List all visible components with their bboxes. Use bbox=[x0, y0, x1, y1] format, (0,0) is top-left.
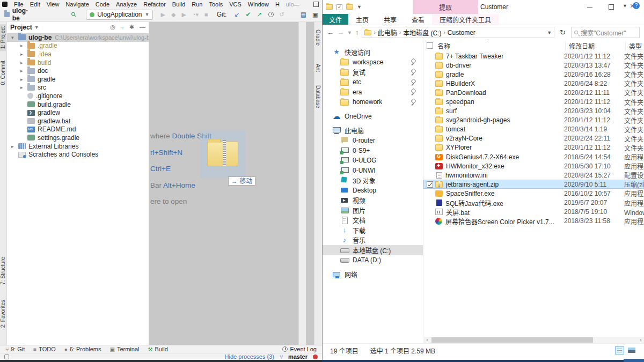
locate-icon[interactable]: ◎ bbox=[110, 24, 115, 31]
tree-row[interactable]: gradlew.bat bbox=[7, 117, 149, 125]
tree-row[interactable]: ▸ src bbox=[7, 84, 149, 92]
breadcrumb-this-pc[interactable]: 此电脑 bbox=[378, 28, 397, 37]
recent-locations-icon[interactable]: ▼ bbox=[347, 30, 352, 35]
tree-row[interactable]: gradlew bbox=[7, 108, 149, 117]
tree-expander-icon[interactable]: ▾ bbox=[11, 35, 18, 40]
nav-item[interactable]: 3D 对象 bbox=[323, 175, 423, 186]
file-row[interactable]: HBuilderX 2020/6/24 8:22 文件夹 bbox=[423, 79, 644, 88]
profiler-icon[interactable]: ◔▾ bbox=[192, 11, 199, 18]
ribbon-tab[interactable]: 查看 bbox=[404, 14, 432, 25]
file-row[interactable]: surf 2020/3/23 10:04 文件夹 bbox=[423, 107, 644, 116]
nav-item[interactable]: workspace bbox=[323, 57, 423, 68]
editor-scrollbar[interactable] bbox=[298, 22, 306, 345]
file-row[interactable]: 7+ Taskbar Tweaker 2020/1/12 11:12 文件夹 bbox=[423, 51, 644, 61]
contextual-tab-extract[interactable]: 提取 bbox=[413, 0, 478, 14]
nav-item[interactable]: 0-UNWI bbox=[323, 166, 423, 176]
debug-icon[interactable]: ◆ bbox=[171, 11, 175, 18]
git-push-icon[interactable]: ↗ bbox=[257, 11, 262, 18]
file-row[interactable]: speedpan 2020/1/12 11:12 文件夹 bbox=[423, 97, 644, 106]
column-header-name[interactable]: 名称 ▲ bbox=[437, 41, 565, 50]
memory-indicator-icon[interactable] bbox=[313, 354, 318, 359]
tree-row[interactable]: settings.gradle bbox=[7, 134, 149, 142]
file-row[interactable]: XYPlorer 2020/1/12 11:12 文件夹 bbox=[423, 143, 644, 152]
up-icon[interactable]: ↑ bbox=[355, 28, 359, 36]
tree-expander-icon[interactable]: ▸ bbox=[20, 51, 27, 57]
address-history-icon[interactable]: ▼ bbox=[547, 30, 552, 35]
tree-expander-icon[interactable]: ▸ bbox=[11, 144, 18, 149]
tree-expander-icon[interactable]: ▸ bbox=[20, 60, 27, 65]
tree-row[interactable]: README.md bbox=[7, 125, 149, 134]
hide-panel-icon[interactable]: — bbox=[140, 24, 145, 31]
toolwindow-tab-commit[interactable]: 0: Commit bbox=[0, 61, 6, 85]
toolwindow-button[interactable]: ▣ Terminal bbox=[109, 346, 139, 352]
breadcrumb[interactable]: › 此电脑 › 本地磁盘 (C:) › Customer ▼ bbox=[362, 27, 554, 38]
file-row[interactable]: PanDownload 2020/2/12 11:11 文件夹 bbox=[423, 88, 644, 97]
file-row[interactable]: DiskGenius4.7.2-X64.exe 2018/5/24 14:54 … bbox=[423, 152, 644, 161]
tree-expander-icon[interactable]: ▸ bbox=[20, 68, 27, 73]
search-input[interactable]: 搜索"Customer" bbox=[571, 27, 640, 38]
file-row[interactable]: svg2android-gh-pages 2020/1/12 11:12 文件夹 bbox=[423, 116, 644, 125]
select-all-checkbox[interactable] bbox=[427, 42, 433, 49]
file-row[interactable]: HWMonitor_x32.exe 2018/5/30 17:10 应用程序 bbox=[423, 161, 644, 171]
toolwindow-tab-project[interactable]: 1: Project bbox=[0, 24, 6, 51]
scroll-right-icon[interactable]: › bbox=[638, 337, 644, 343]
tree-expander-icon[interactable]: ▸ bbox=[20, 43, 27, 48]
editor-empty-area[interactable]: where Double Shift rl+Shift+N Ctrl+E Bar… bbox=[149, 22, 314, 345]
toolwindow-tab-structure[interactable]: 7: Structure bbox=[0, 257, 6, 285]
coverage-icon[interactable]: ▶ bbox=[181, 11, 186, 18]
breadcrumb-drive-c[interactable]: 本地磁盘 (C:) bbox=[403, 28, 441, 37]
toolwindow-button[interactable]: ⚒ Build bbox=[148, 346, 168, 352]
menu-item[interactable]: View bbox=[43, 1, 63, 8]
scrollbar-track[interactable] bbox=[430, 337, 638, 343]
help-icon[interactable]: ? bbox=[633, 2, 640, 9]
menu-item[interactable]: Edit bbox=[27, 1, 43, 8]
tree-row[interactable]: .gitignore bbox=[7, 92, 149, 100]
toolwindow-tab-database[interactable]: Database bbox=[315, 85, 321, 108]
nav-item[interactable]: era bbox=[323, 87, 423, 97]
tree-expander-icon[interactable]: ▸ bbox=[20, 77, 27, 82]
menu-item[interactable]: Navigate bbox=[62, 1, 92, 8]
terminal-icon[interactable]: ▣ bbox=[312, 11, 318, 18]
menu-item[interactable]: Build bbox=[169, 1, 188, 8]
nav-item[interactable]: OneDrive bbox=[323, 112, 423, 122]
file-row[interactable]: 屏幕拾色器Screen Color Picker v1.7... 2018/3/… bbox=[423, 217, 644, 226]
nav-item[interactable]: 此电脑 bbox=[323, 125, 423, 136]
menu-item[interactable]: Refactor bbox=[140, 1, 169, 8]
menu-item[interactable]: H bbox=[272, 1, 283, 8]
tree-expander-icon[interactable]: ▸ bbox=[20, 85, 27, 90]
nav-item[interactable]: 视频 bbox=[323, 195, 423, 205]
run-configuration-select[interactable]: UlogApplication ▼ bbox=[86, 10, 153, 20]
ribbon-tab[interactable]: 压缩的文件夹工具 bbox=[432, 14, 499, 25]
project-structure-icon[interactable]: ▤ bbox=[301, 11, 306, 18]
tree-row[interactable]: ▸ External Libraries bbox=[7, 142, 149, 151]
new-folder-icon[interactable] bbox=[346, 4, 353, 10]
settings-gear-icon[interactable]: ✱ bbox=[129, 24, 134, 31]
file-row[interactable]: gradle 2020/9/16 16:28 文件夹 bbox=[423, 70, 644, 79]
column-header-type[interactable]: 类型 bbox=[625, 41, 644, 50]
file-row[interactable]: v2rayN-Core 2020/2/24 22:11 文件夹 bbox=[423, 134, 644, 143]
run-icon[interactable]: ▶ bbox=[160, 11, 165, 18]
nav-item[interactable]: DATA (D:) bbox=[323, 255, 423, 265]
toolwindow-button[interactable]: ⑂ 9: Git bbox=[5, 346, 25, 352]
git-branch-name[interactable]: master bbox=[288, 353, 308, 360]
project-breadcrumb[interactable]: ulog-be bbox=[4, 7, 30, 22]
file-row[interactable]: 关屏.bat 2018/7/5 19:10 Windows 批处理... bbox=[423, 208, 644, 217]
file-row[interactable]: SQL转Java代码.exe 2019/5/7 20:07 应用程序 bbox=[423, 198, 644, 208]
forward-icon[interactable]: → bbox=[337, 28, 344, 36]
git-commit-icon[interactable]: ✔ bbox=[245, 11, 251, 18]
scrollbar-thumb[interactable] bbox=[431, 337, 593, 343]
nav-item[interactable]: homework bbox=[323, 97, 423, 107]
large-icons-view-icon[interactable] bbox=[627, 346, 636, 354]
nav-item[interactable]: 复试 bbox=[323, 67, 423, 77]
stop-icon[interactable]: ■ bbox=[204, 11, 208, 18]
file-row[interactable]: hwmonitorw.ini 2020/8/24 15:27 配置设置 bbox=[423, 171, 644, 180]
tree-row[interactable]: Scratches and Consoles bbox=[7, 150, 149, 159]
back-icon[interactable]: ← bbox=[327, 28, 334, 36]
nav-item[interactable]: 音乐 bbox=[323, 235, 423, 246]
menu-item[interactable]: Analyze bbox=[113, 1, 140, 8]
tree-row[interactable]: ▸ .idea bbox=[7, 50, 149, 58]
refresh-icon[interactable]: ↻ bbox=[558, 28, 568, 36]
nav-item[interactable]: 网络 bbox=[323, 269, 423, 279]
minimize-icon[interactable] bbox=[294, 2, 299, 7]
menu-item[interactable]: Tools bbox=[206, 1, 226, 8]
